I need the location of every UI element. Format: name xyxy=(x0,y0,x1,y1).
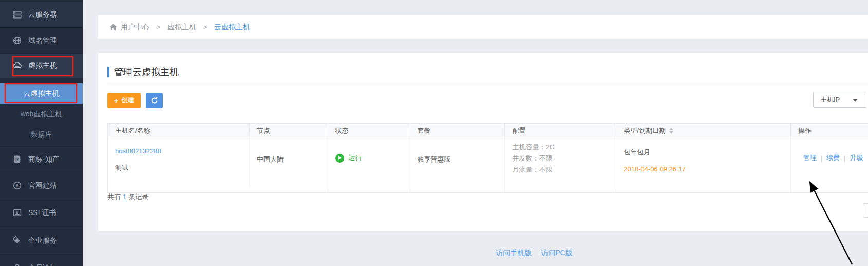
breadcrumb-user-center[interactable]: 用户中心 xyxy=(121,23,149,32)
upgrade-link[interactable]: 升级 xyxy=(850,153,863,163)
create-button[interactable]: + 创建 xyxy=(107,93,141,108)
sidebar-subitem-label: 云虚拟主机 xyxy=(24,89,60,98)
sidebar-subitem-label: 数据库 xyxy=(31,130,52,139)
sidebar-item-label: 会员论坛 xyxy=(28,263,57,266)
breadcrumb-cloud-vhost[interactable]: 云虚拟主机 xyxy=(214,23,250,32)
sidebar-item-cloud-server[interactable]: 云服务器 xyxy=(0,2,83,27)
refresh-icon xyxy=(150,97,158,104)
host-alias: 测试 xyxy=(115,163,249,172)
expire-date: 2018-04-06 09:26:17 xyxy=(624,165,790,173)
col-type-expire[interactable]: 类型/到期日期 xyxy=(616,124,791,137)
host-ip-dropdown[interactable]: 主机IP xyxy=(813,92,866,108)
sidebar-item-label: 商标·知产 xyxy=(28,155,60,164)
record-count: 1 xyxy=(123,193,126,201)
pagination-button[interactable] xyxy=(863,203,868,218)
breadcrumb: 用户中心 > 虚拟主机 > 云虚拟主机 xyxy=(109,15,250,39)
cell-node: 中国大陆 xyxy=(250,137,328,192)
cell-plan: 独享普惠版 xyxy=(410,137,505,192)
breadcrumb-vhost[interactable]: 虚拟主机 xyxy=(167,23,196,32)
record-summary: 共有1条记录 xyxy=(107,192,148,202)
manage-link[interactable]: 管理 xyxy=(803,153,817,163)
server-icon xyxy=(13,10,22,19)
config-capacity: 主机容量：2G xyxy=(512,141,616,153)
member-icon xyxy=(13,263,22,266)
status-running-icon xyxy=(335,154,344,163)
sidebar-item-label: SSL证书 xyxy=(28,208,56,218)
host-name-link[interactable]: host802132288 xyxy=(115,147,249,155)
sort-icon[interactable] xyxy=(669,128,673,134)
footer: 访问手机版 访问PC版 xyxy=(462,249,606,258)
col-config: 配置 xyxy=(505,124,616,137)
cell-status: 运行 xyxy=(328,137,410,192)
sidebar: 云服务器 域名管理 虚拟主机 云虚拟主机 web虚拟主机 数据库 xyxy=(0,0,83,266)
sidebar-item-label: 云服务器 xyxy=(28,10,57,20)
page-title: 管理云虚拟主机 xyxy=(107,66,179,78)
sidebar-item-label: 虚拟主机 xyxy=(28,61,57,70)
enterprise-icon xyxy=(13,236,22,245)
host-table: 主机名/名称 节点 状态 套餐 配置 类型/到期日期 操作 host802132… xyxy=(107,123,868,193)
sidebar-item-label: 官网建站 xyxy=(28,181,57,190)
sidebar-item-label: 域名管理 xyxy=(28,36,57,45)
sidebar-item-enterprise[interactable]: 企业服务 xyxy=(0,226,83,254)
page: 云服务器 域名管理 虚拟主机 云虚拟主机 web虚拟主机 数据库 xyxy=(0,0,868,266)
pc-version-link[interactable]: 访问PC版 xyxy=(541,249,572,257)
renew-link[interactable]: 续费 xyxy=(826,153,840,163)
config-concurrency: 并发数：不限 xyxy=(512,153,616,164)
mobile-version-link[interactable]: 访问手机版 xyxy=(496,249,532,257)
refresh-button[interactable] xyxy=(146,93,163,108)
col-plan: 套餐 xyxy=(410,124,505,137)
sidebar-subitem-web-vhost[interactable]: web虚拟主机 xyxy=(0,104,83,125)
cell-type-expire: 包年包月 2018-04-06 09:26:17 xyxy=(616,137,791,192)
title-accent-bar xyxy=(107,67,109,77)
cell-hostname: host802132288 测试 xyxy=(108,132,250,187)
sidebar-item-trademark[interactable]: R 商标·知产 xyxy=(0,146,83,172)
sidebar-subitem-database[interactable]: 数据库 xyxy=(0,125,83,145)
config-traffic: 月流量：不限 xyxy=(512,164,616,175)
sidebar-item-ssl[interactable]: SSL证书 xyxy=(0,199,83,226)
col-status: 状态 xyxy=(328,124,410,137)
certificate-icon xyxy=(13,208,22,217)
sidebar-item-website[interactable]: e 官网建站 xyxy=(0,172,83,199)
table-row: host802132288 测试 中国大陆 运行 独享普惠版 xyxy=(108,137,868,192)
cell-config: 主机容量：2G 并发数：不限 月流量：不限 xyxy=(505,137,616,192)
status-label: 运行 xyxy=(349,153,362,163)
sidebar-item-vhost[interactable]: 虚拟主机 xyxy=(0,53,83,78)
home-icon xyxy=(109,24,117,31)
breadcrumb-separator: > xyxy=(203,24,207,31)
chevron-down-icon xyxy=(853,99,858,102)
plus-icon: + xyxy=(114,96,119,105)
sidebar-item-label: 企业服务 xyxy=(28,236,57,245)
billing-type: 包年包月 xyxy=(624,148,790,157)
globe-icon xyxy=(13,36,22,45)
breadcrumb-separator: > xyxy=(157,24,160,31)
sidebar-subitem-label: web虚拟主机 xyxy=(21,110,63,119)
host-icon xyxy=(13,62,22,70)
sidebar-subitem-cloud-vhost[interactable]: 云虚拟主机 xyxy=(0,83,83,104)
sidebar-item-domain[interactable]: 域名管理 xyxy=(0,27,83,53)
divider xyxy=(107,84,868,84)
trademark-icon: R xyxy=(13,155,22,164)
svg-text:R: R xyxy=(15,156,19,162)
website-icon: e xyxy=(13,181,22,190)
breadcrumb-bar: 用户中心 > 虚拟主机 > 云虚拟主机 xyxy=(98,15,868,39)
main-panel: 管理云虚拟主机 + 创建 主机IP 主机名/名称 节点 状态 套餐 配置 xyxy=(98,53,868,231)
svg-text:e: e xyxy=(16,183,19,188)
col-node: 节点 xyxy=(250,124,328,137)
sidebar-item-member[interactable]: 会员论坛 xyxy=(0,254,83,266)
cell-actions: 管理 | 续费 | 升级 xyxy=(791,131,868,185)
